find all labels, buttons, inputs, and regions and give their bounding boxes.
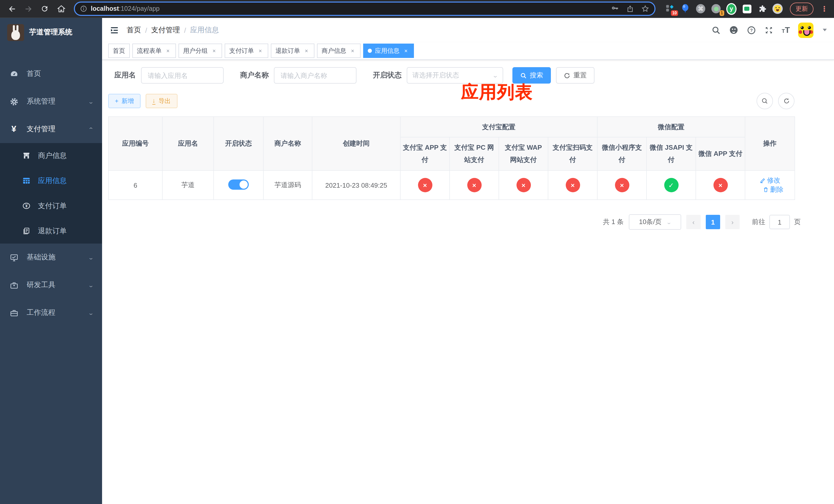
reset-button[interactable]: 重置 (556, 67, 594, 84)
goto-page-input[interactable] (769, 215, 790, 229)
col-group-wechat: 微信配置 (597, 117, 745, 137)
refresh-table-button[interactable] (778, 93, 794, 109)
tag-process-form[interactable]: 流程表单× (132, 44, 176, 58)
tag-home[interactable]: 首页 (108, 44, 130, 58)
col-actions: 操作 (745, 117, 795, 170)
close-icon[interactable]: × (403, 47, 409, 54)
app-name-label: 应用名 (114, 71, 136, 80)
delete-link[interactable]: 删除 (763, 185, 784, 194)
share-icon[interactable] (626, 5, 634, 13)
next-page-button[interactable]: › (725, 215, 740, 229)
sidebar-item-system[interactable]: 系统管理 ⌄ (0, 88, 102, 115)
sidebar-item-app-info[interactable]: 应用信息 (0, 168, 102, 193)
enabled-toggle[interactable] (228, 179, 249, 189)
add-button[interactable]: + 新增 (108, 94, 140, 108)
extension-command-icon[interactable]: ⌘ (696, 4, 706, 14)
password-key-icon[interactable] (611, 5, 619, 13)
close-icon[interactable]: × (303, 47, 310, 54)
url-text: localhost:1024/pay/app (91, 5, 159, 12)
alipay-qr-status-icon: × (566, 178, 580, 192)
col-alipay-pc: 支付宝 PC 网站支付 (449, 137, 499, 170)
extension-balloon-icon[interactable] (680, 4, 690, 14)
svg-text:¥: ¥ (25, 204, 27, 208)
user-avatar[interactable] (798, 22, 813, 38)
extension-grid-icon[interactable]: 10 (665, 4, 675, 14)
sidebar-item-refund-order[interactable]: 退款订单 (0, 219, 102, 244)
alipay-wap-status-icon: × (516, 178, 531, 192)
col-wx-lite: 微信小程序支付 (597, 137, 646, 170)
alipay-pc-status-icon: × (467, 178, 481, 192)
close-icon[interactable]: × (257, 47, 264, 54)
logo-image (7, 24, 24, 41)
avatar-caret-icon[interactable] (823, 29, 827, 31)
app-name-input[interactable] (141, 67, 224, 84)
forward-icon[interactable] (22, 2, 35, 15)
col-app-id: 应用编号 (109, 117, 162, 170)
breadcrumb-home[interactable]: 首页 (127, 25, 141, 35)
prev-page-button[interactable]: ‹ (686, 215, 701, 229)
chrome-update-button[interactable]: 更新 (790, 2, 813, 15)
extension-chat-icon[interactable] (742, 4, 752, 14)
breadcrumb: 首页 / 支付管理 / 应用信息 (127, 25, 219, 35)
toolbox-icon (9, 280, 19, 290)
tag-user-group[interactable]: 用户分组× (178, 44, 222, 58)
browser-toolbar: localhost:1024/pay/app 10 ⌘ 1 (0, 0, 834, 18)
site-info-icon[interactable] (80, 5, 87, 12)
extension-meet-icon[interactable]: 1 (711, 4, 721, 14)
back-icon[interactable] (5, 2, 19, 15)
search-icon[interactable] (711, 25, 721, 35)
trash-icon (763, 187, 769, 193)
bookmark-star-icon[interactable] (641, 5, 649, 13)
close-icon[interactable]: × (164, 47, 171, 54)
extension-y-icon[interactable]: y (726, 4, 737, 14)
tags-view-bar: 首页 流程表单× 用户分组× 支付订单× 退款订单× 商户信息× 应用信息× (102, 42, 834, 60)
chrome-menu-icon[interactable]: ⋮ (821, 5, 828, 13)
toggle-search-button[interactable] (756, 93, 773, 109)
sidebar-item-workflow[interactable]: 工作流程 ⌄ (0, 299, 102, 327)
status-label: 开启状态 (373, 71, 402, 80)
sidebar-item-home[interactable]: 首页 (0, 60, 102, 88)
sidebar-item-merchant-info[interactable]: 商户信息 (0, 143, 102, 168)
extensions-puzzle-icon[interactable] (757, 4, 767, 14)
sidebar-item-pay[interactable]: ¥ 支付管理 ⌃ (0, 115, 102, 143)
merchant-name-input[interactable] (274, 67, 356, 84)
fullscreen-icon[interactable] (764, 25, 773, 35)
extensions-area: 10 ⌘ 1 y 更新 ⋮ (662, 2, 829, 15)
font-size-icon[interactable]: TT (782, 25, 790, 35)
export-button[interactable]: ↓ 导出 (146, 94, 177, 108)
profile-avatar-icon[interactable] (772, 4, 783, 14)
edit-pen-icon (760, 177, 766, 184)
github-icon[interactable] (729, 25, 739, 35)
screen: localhost:1024/pay/app 10 ⌘ 1 (0, 0, 834, 504)
goto-prefix: 前往 (752, 217, 765, 227)
reload-icon[interactable] (38, 2, 51, 15)
table-row: 6 芋道 芋道源码 2021-10-23 08:49:25 × × × × × … (109, 170, 795, 200)
dashboard-icon (9, 69, 19, 78)
tag-pay-order[interactable]: 支付订单× (225, 44, 268, 58)
sidebar-item-devtools[interactable]: 研发工具 ⌄ (0, 271, 102, 299)
documents-icon (22, 226, 31, 235)
briefcase-icon (9, 308, 19, 317)
top-header: 首页 / 支付管理 / 应用信息 ? TT (102, 18, 834, 42)
edit-link[interactable]: 修改 (760, 176, 781, 185)
page-1-button[interactable]: 1 (706, 215, 720, 229)
page-size-select[interactable]: 10条/页 ⌄ (629, 214, 681, 230)
col-created: 创建时间 (312, 117, 400, 170)
col-app-name: 应用名 (162, 117, 214, 170)
collapse-sidebar-icon[interactable] (109, 25, 119, 35)
tag-app-info[interactable]: 应用信息× (363, 44, 414, 58)
sidebar-item-infra[interactable]: 基础设施 ⌄ (0, 244, 102, 271)
close-icon[interactable]: × (349, 47, 356, 54)
tag-merchant-info[interactable]: 商户信息× (317, 44, 360, 58)
help-icon[interactable]: ? (747, 25, 756, 35)
sidebar-logo[interactable]: 芋道管理系统 (0, 18, 102, 47)
chevron-down-icon: ⌄ (88, 310, 94, 316)
url-bar[interactable]: localhost:1024/pay/app (74, 2, 656, 16)
tag-refund-order[interactable]: 退款订单× (271, 44, 314, 58)
sidebar-item-pay-order[interactable]: ¥ 支付订单 (0, 193, 102, 219)
home-icon[interactable] (54, 2, 68, 15)
chevron-down-icon: ⌄ (88, 282, 94, 288)
close-icon[interactable]: × (211, 47, 218, 54)
breadcrumb-pay[interactable]: 支付管理 (151, 25, 180, 35)
url-host: localhost (91, 5, 119, 12)
